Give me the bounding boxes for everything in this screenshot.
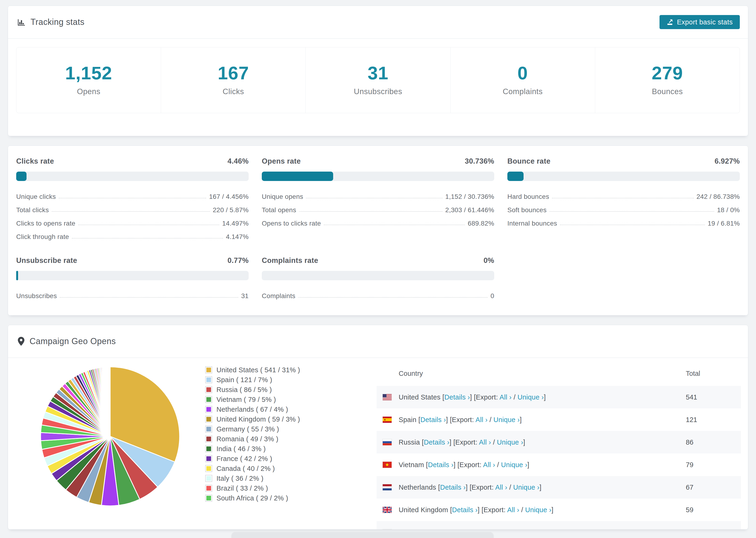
rate-value: 30.736% bbox=[465, 157, 494, 166]
rate-rows-bounce-rate: Hard bounces242 / 86.738%Soft bounces18 … bbox=[507, 190, 740, 230]
stat-label-complaints: Complaints bbox=[451, 87, 595, 96]
total-cell: 86 bbox=[686, 439, 741, 446]
export-all-link-netherlands[interactable]: All › bbox=[495, 484, 507, 491]
rate-row-label: Unique opens bbox=[262, 193, 303, 200]
details-link-united-states[interactable]: Details › bbox=[445, 394, 470, 401]
country-cell: Spain [Details ›] [Export: All › / Uniqu… bbox=[399, 416, 686, 424]
export-unique-link-vietnam[interactable]: Unique › bbox=[501, 461, 527, 468]
legend-swatch bbox=[205, 366, 212, 373]
legend-swatch bbox=[205, 376, 212, 383]
rate-row-unsubscribes: Unsubscribes31 bbox=[16, 289, 249, 302]
export-all-link-spain[interactable]: All › bbox=[475, 416, 487, 423]
table-row-spain: Spain [Details ›] [Export: All › / Uniqu… bbox=[377, 408, 741, 431]
legend-swatch bbox=[205, 426, 212, 433]
export-icon bbox=[667, 19, 674, 26]
export-all-link-russia[interactable]: All › bbox=[479, 439, 491, 446]
stat-label-unsubscribes: Unsubscribes bbox=[306, 87, 450, 96]
stat-label-opens: Opens bbox=[17, 87, 161, 96]
rate-row-label: Opens to clicks rate bbox=[262, 220, 321, 227]
rate-row-soft-bounces: Soft bounces18 / 0% bbox=[507, 203, 740, 217]
rate-row-clicks-to-opens-rate: Clicks to opens rate14.497% bbox=[16, 217, 249, 230]
export-basic-stats-button[interactable]: Export basic stats bbox=[660, 15, 740, 29]
rate-progressbar-unsubscribe-rate bbox=[16, 271, 249, 280]
rate-row-value: 19 / 6.81% bbox=[708, 220, 740, 227]
legend-label: South Africa ( 29 / 2% ) bbox=[216, 494, 288, 502]
legend-label: United Kingdom ( 59 / 3% ) bbox=[216, 415, 300, 423]
legend-swatch bbox=[205, 485, 212, 492]
export-all-link-united-states[interactable]: All › bbox=[500, 394, 512, 401]
country-cell: Vietnam [Details ›] [Export: All › / Uni… bbox=[399, 461, 686, 469]
export-all-link-united-kingdom[interactable]: All › bbox=[507, 506, 519, 513]
rate-row-complaints: Complaints0 bbox=[262, 289, 494, 302]
table-row-united-kingdom: United Kingdom [Details ›] [Export: All … bbox=[377, 499, 741, 521]
legend-swatch bbox=[205, 455, 212, 462]
legend-swatch bbox=[205, 386, 212, 393]
legend-swatch bbox=[205, 435, 212, 443]
stat-box-unsubscribes: 31Unsubscribes bbox=[305, 47, 450, 113]
details-link-spain[interactable]: Details › bbox=[420, 416, 446, 423]
details-link-netherlands[interactable]: Details › bbox=[440, 484, 465, 491]
dotted-leader bbox=[552, 198, 694, 198]
export-unique-link-spain[interactable]: Unique › bbox=[494, 416, 520, 423]
export-unique-link-united-states[interactable]: Unique › bbox=[517, 394, 544, 401]
rate-title: Opens rate bbox=[262, 157, 301, 166]
table-row-united-states: United States [Details ›] [Export: All ›… bbox=[377, 386, 741, 408]
stat-box-opens: 1,152Opens bbox=[17, 47, 161, 113]
dotted-leader bbox=[52, 211, 210, 212]
legend-item-brazil: Brazil ( 33 / 2% ) bbox=[205, 483, 377, 493]
rate-row-value: 4.147% bbox=[226, 233, 249, 241]
details-link-united-kingdom[interactable]: Details › bbox=[452, 506, 477, 513]
rate-title: Clicks rate bbox=[16, 157, 54, 166]
rate-progress-fill bbox=[262, 172, 333, 181]
country-cell: United Kingdom [Details ›] [Export: All … bbox=[399, 506, 686, 514]
rate-block-unsubscribe-rate: Unsubscribe rate0.77%Unsubscribes31 bbox=[16, 256, 249, 302]
flag-ru-icon bbox=[383, 439, 392, 445]
clipped-element-below-card bbox=[231, 532, 494, 538]
flag-nl-icon bbox=[383, 484, 392, 490]
rate-row-value: 689.82% bbox=[468, 220, 494, 227]
rate-row-label: Total clicks bbox=[16, 206, 49, 214]
stat-box-complaints: 0Complaints bbox=[450, 47, 595, 113]
details-link-russia[interactable]: Details › bbox=[424, 439, 449, 446]
geo-header: Campaign Geo Opens bbox=[8, 325, 748, 358]
rate-block-opens-rate: Opens rate30.736%Unique opens1,152 / 30.… bbox=[262, 157, 494, 243]
rates-grid: Clicks rate4.46%Unique clicks167 / 4.456… bbox=[16, 157, 740, 302]
legend-swatch bbox=[205, 445, 212, 452]
table-row-russia: Russia [Details ›] [Export: All › / Uniq… bbox=[377, 431, 741, 454]
details-link-vietnam[interactable]: Details › bbox=[428, 461, 454, 468]
rate-row-label: Soft bounces bbox=[507, 206, 547, 214]
rate-rows-clicks-rate: Unique clicks167 / 4.456%Total clicks220… bbox=[16, 190, 249, 243]
legend-swatch bbox=[205, 475, 212, 482]
export-unique-link-netherlands[interactable]: Unique › bbox=[513, 484, 540, 491]
geo-header-country: Country bbox=[399, 370, 686, 377]
rate-head-opens-rate: Opens rate30.736% bbox=[262, 157, 494, 166]
legend-swatch bbox=[205, 416, 212, 423]
rate-row-value: 220 / 5.87% bbox=[213, 206, 249, 214]
rate-title: Bounce rate bbox=[507, 157, 551, 166]
tracking-stats-card: Tracking stats Export basic stats 1,152O… bbox=[8, 6, 748, 136]
rate-block-clicks-rate: Clicks rate4.46%Unique clicks167 / 4.456… bbox=[16, 157, 249, 243]
table-row-clipped bbox=[377, 521, 741, 529]
stat-label-clicks: Clicks bbox=[161, 87, 305, 96]
stat-box-bounces: 279Bounces bbox=[595, 47, 739, 113]
geo-pie-wrap bbox=[15, 361, 205, 529]
dotted-leader bbox=[560, 225, 705, 225]
export-unique-link-russia[interactable]: Unique › bbox=[497, 439, 523, 446]
country-cell: Netherlands [Details ›] [Export: All › /… bbox=[399, 484, 686, 491]
export-all-link-vietnam[interactable]: All › bbox=[483, 461, 495, 468]
geo-pie-legend: United States ( 541 / 31% )Spain ( 121 /… bbox=[205, 361, 377, 529]
rate-row-label: Click through rate bbox=[16, 233, 69, 241]
legend-item-india: India ( 46 / 3% ) bbox=[205, 444, 377, 454]
rate-row-value: 2,303 / 61.446% bbox=[445, 206, 494, 214]
dotted-leader bbox=[78, 225, 219, 225]
legend-label: Netherlands ( 67 / 4% ) bbox=[216, 405, 288, 413]
legend-label: Vietnam ( 79 / 5% ) bbox=[216, 396, 276, 404]
summary-stats-row: 1,152Opens167Clicks31Unsubscribes0Compla… bbox=[16, 47, 740, 113]
rate-row-internal-bounces: Internal bounces19 / 6.81% bbox=[507, 217, 740, 230]
legend-item-canada: Canada ( 40 / 2% ) bbox=[205, 463, 377, 473]
legend-swatch bbox=[205, 465, 212, 472]
stat-value-unsubscribes: 31 bbox=[306, 62, 450, 84]
legend-label: Germany ( 55 / 3% ) bbox=[216, 425, 279, 433]
export-unique-link-united-kingdom[interactable]: Unique › bbox=[525, 506, 552, 513]
legend-label: United States ( 541 / 31% ) bbox=[216, 366, 300, 374]
